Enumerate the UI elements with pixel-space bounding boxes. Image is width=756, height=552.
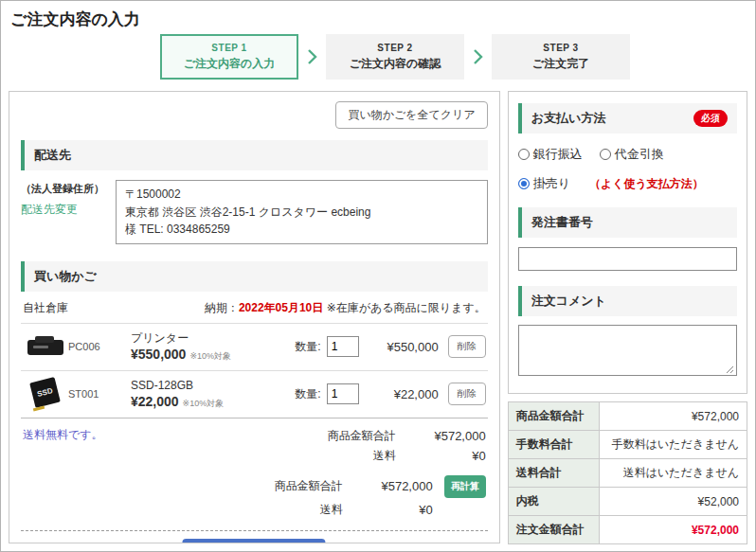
shipping-fee-label: 送料 <box>229 502 343 518</box>
delivery-date: 2022年05月10日 <box>239 301 323 314</box>
totals-row-shipping: 送料合計 送料はいただきません <box>508 459 747 488</box>
cart-header-label: 買い物かご <box>34 268 97 285</box>
cart-section-header: 買い物かご <box>21 261 488 292</box>
subtotal-row-recalc: 商品金額合計 ¥572,000 再計算 <box>23 473 486 500</box>
comment-section-header: 注文コメント <box>518 286 737 316</box>
totals-label: 注文金額合計 <box>508 516 599 544</box>
step-3-number: STEP 3 <box>543 43 578 53</box>
item-unit-price: ¥550,000※10%対象 <box>131 346 295 364</box>
cart-meta-row: 自社倉庫 納期：2022年05月10日 ※在庫がある商品に限ります。 <box>21 292 488 323</box>
totals-value: ¥572,000 <box>599 402 747 431</box>
step-3-label: ご注文完了 <box>532 56 589 72</box>
payment-options-line-2: 掛売り （よく使う支払方法） <box>518 175 737 192</box>
step-1-current: STEP 1 ご注文内容の入力 <box>160 34 298 80</box>
shipping-header-label: 配送先 <box>34 147 71 164</box>
order-entry-page: ご注文内容の入力 STEP 1 ご注文内容の入力 STEP 2 ご注文内容の確認… <box>0 0 756 552</box>
payment-option-label: 代金引換 <box>615 146 664 163</box>
chevron-right-icon <box>472 47 484 66</box>
add-to-cart-button[interactable]: 買い物かごに追加 <box>183 539 326 543</box>
totals-label: 内税 <box>508 488 599 516</box>
payment-options-line-1: 銀行振込 代金引換 <box>518 146 737 163</box>
payment-form-box: お支払い方法 必須 銀行振込 代金引換 掛売り <box>508 91 747 394</box>
totals-value: ¥52,000 <box>599 488 747 516</box>
comment-header-label: 注文コメント <box>531 293 606 310</box>
po-number-field-wrap <box>518 247 737 271</box>
quantity-group: 数量: <box>295 336 358 357</box>
po-number-input[interactable] <box>518 247 737 271</box>
totals-row-grand-total: 注文金額合計 ¥572,000 <box>508 516 747 544</box>
clear-cart-button[interactable]: 買い物かごを全てクリア <box>335 101 487 129</box>
order-comment-textarea[interactable] <box>518 325 737 376</box>
page-title: ご注文内容の入力 <box>1 1 755 30</box>
shipping-fee-value: ¥0 <box>396 449 486 463</box>
item-info: SSD-128GB ¥22,000※10%対象 <box>131 378 295 411</box>
shipping-label-column: （法人登録住所） 配送先変更 <box>21 180 116 244</box>
radio-unselected-icon[interactable] <box>600 149 611 160</box>
item-info: プリンター ¥550,000※10%対象 <box>131 330 295 364</box>
address-postal: 〒1500002 <box>125 186 478 204</box>
totals-value: 送料はいただきません <box>599 459 747 488</box>
payment-option-bank-transfer[interactable]: 銀行振込 <box>518 146 583 163</box>
totals-label: 送料合計 <box>508 459 599 488</box>
order-totals-table: 商品金額合計 ¥572,000 手数料合計 手数料はいただきません 送料合計 送… <box>508 401 747 544</box>
clear-row: 買い物かごを全てクリア <box>21 92 488 129</box>
shipping-section-header: 配送先 <box>21 140 488 170</box>
delivery-label: 納期： <box>205 301 239 314</box>
step-1-label: ご注文内容の入力 <box>184 56 276 72</box>
cart-panel: 買い物かごを全てクリア 配送先 （法人登録住所） 配送先変更 〒1500002 … <box>9 91 500 543</box>
totals-label: 手数料合計 <box>508 431 599 459</box>
quantity-input[interactable] <box>327 383 359 404</box>
free-shipping-note: 送料無料です。 <box>23 427 103 443</box>
item-name: SSD-128GB <box>131 378 295 393</box>
change-shipping-link[interactable]: 配送先変更 <box>21 202 78 218</box>
quantity-group: 数量: <box>295 383 358 404</box>
delete-item-button[interactable]: 削除 <box>448 335 486 358</box>
item-name: プリンター <box>131 330 295 346</box>
step-3: STEP 3 ご注文完了 <box>492 34 630 80</box>
step-indicator: STEP 1 ご注文内容の入力 STEP 2 ご注文内容の確認 STEP 3 ご… <box>160 34 755 80</box>
shipping-address-block: （法人登録住所） 配送先変更 〒1500002 東京都 渋谷区 渋谷2-15-1… <box>21 180 488 244</box>
delivery-note: ※在庫がある商品に限ります。 <box>327 301 486 314</box>
totals-label: 商品金額合計 <box>508 402 599 431</box>
payment-option-label: 掛売り <box>533 175 570 192</box>
item-amount: ¥22,000 <box>369 387 439 401</box>
payment-option-note: （よく使う支払方法） <box>589 176 704 192</box>
totals-row-tax: 内税 ¥52,000 <box>508 488 747 516</box>
tax-note: ※10%対象 <box>189 351 231 361</box>
address-type-label: （法人登録住所） <box>21 182 116 196</box>
item-code: PC006 <box>68 341 131 352</box>
totals-row-fees: 手数料合計 手数料はいただきません <box>508 431 747 459</box>
recalculate-button[interactable]: 再計算 <box>444 475 486 498</box>
payment-option-credit-sale[interactable]: 掛売り <box>518 175 570 192</box>
payment-option-cod[interactable]: 代金引換 <box>600 146 664 163</box>
address-contact: 様 TEL: 0334865259 <box>125 221 478 239</box>
totals-row-subtotal: 商品金額合計 ¥572,000 <box>508 402 747 431</box>
cart-item-row: PC006 プリンター ¥550,000※10%対象 数量: ¥550,000 … <box>21 323 488 370</box>
ssd-product-image: SSD <box>23 378 68 410</box>
address-street: 東京都 渋谷区 渋谷2-15-1 クロスタワー ecbeing <box>125 204 478 222</box>
main-content: 買い物かごを全てクリア 配送先 （法人登録住所） 配送先変更 〒1500002 … <box>1 91 755 552</box>
item-code: ST001 <box>68 388 131 400</box>
order-side-panel: お支払い方法 必須 銀行振込 代金引換 掛売り <box>508 91 747 552</box>
step-2-number: STEP 2 <box>377 43 412 53</box>
subtotal-label: 商品金額合計 <box>229 478 343 494</box>
shipping-fee-label: 送料 <box>282 448 396 464</box>
quantity-input[interactable] <box>327 336 359 357</box>
resize-handle-icon[interactable] <box>726 365 734 374</box>
po-number-header-label: 発注書番号 <box>531 214 593 231</box>
quantity-label: 数量: <box>295 339 320 355</box>
dashed-divider <box>21 530 488 531</box>
comment-field-wrap <box>518 325 737 380</box>
totals-value: ¥572,000 <box>599 516 747 544</box>
payment-header-label: お支払い方法 <box>531 110 606 127</box>
delivery-info: 納期：2022年05月10日 ※在庫がある商品に限ります。 <box>205 300 486 316</box>
radio-selected-icon[interactable] <box>518 178 530 189</box>
tax-note: ※10%対象 <box>183 399 225 408</box>
step-1-number: STEP 1 <box>211 43 246 53</box>
subtotal-value: ¥572,000 <box>396 429 486 443</box>
radio-unselected-icon[interactable] <box>518 149 530 160</box>
item-amount: ¥550,000 <box>369 340 439 354</box>
delete-item-button[interactable]: 削除 <box>448 383 486 405</box>
cart-item-row: SSD ST001 SSD-128GB ¥22,000※10%対象 数量: ¥2… <box>21 370 488 418</box>
shipping-address-box: 〒1500002 東京都 渋谷区 渋谷2-15-1 クロスタワー ecbeing… <box>116 180 488 244</box>
